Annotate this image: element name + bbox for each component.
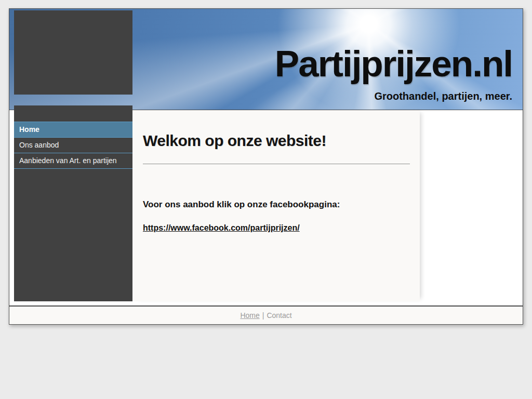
main-area: Home Ons aanbod Aanbieden van Art. en pa… xyxy=(9,110,523,301)
logo-placeholder xyxy=(14,10,132,95)
facebook-link[interactable]: https://www.facebook.com/partijprijzen/ xyxy=(143,223,300,233)
content-panel: Welkom op onze website! Voor ons aanbod … xyxy=(132,110,420,301)
sidebar-item-aanbieden-van-art-en-partijen[interactable]: Aanbieden van Art. en partijen xyxy=(14,153,132,169)
sidebar-item-ons-aanbod[interactable]: Ons aanbod xyxy=(14,138,132,153)
site-header: Partijprijzen.nl Groothandel, partijen, … xyxy=(9,9,523,110)
content-divider xyxy=(143,164,410,164)
site-subtitle: Groothandel, partijen, meer. xyxy=(275,90,512,102)
facebook-cta-text: Voor ons aanbod klik op onze facebookpag… xyxy=(143,200,420,210)
sidebar-item-home[interactable]: Home xyxy=(14,122,132,138)
site-container: Partijprijzen.nl Groothandel, partijen, … xyxy=(9,8,523,325)
footer-gap xyxy=(9,301,523,305)
welcome-heading: Welkom op onze website! xyxy=(143,132,420,150)
site-footer: Home|Contact xyxy=(9,305,523,324)
footer-home-link[interactable]: Home xyxy=(240,311,259,320)
site-title: Partijprijzen.nl xyxy=(275,45,512,82)
header-title-block: Partijprijzen.nl Groothandel, partijen, … xyxy=(275,45,512,102)
footer-contact-link[interactable]: Contact xyxy=(267,311,291,320)
footer-separator: | xyxy=(262,311,264,320)
sidebar-nav: Home Ons aanbod Aanbieden van Art. en pa… xyxy=(14,105,132,301)
sidebar-menu: Home Ons aanbod Aanbieden van Art. en pa… xyxy=(14,122,132,169)
